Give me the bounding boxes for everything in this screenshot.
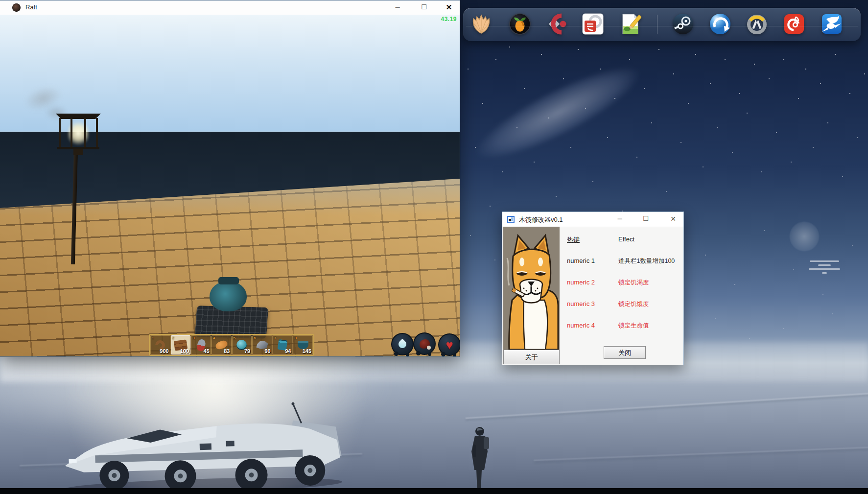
slot-number: 4 (213, 336, 215, 340)
water-drop-icon (397, 339, 408, 350)
trainer-window: 木筏修改器v0.1 ─ ☐ ✕ (502, 212, 684, 365)
dock-icon-netease-music[interactable] (783, 13, 805, 35)
item-count: 83 (224, 348, 230, 354)
dock-icon-text-editor[interactable] (619, 13, 641, 35)
raft-titlebar[interactable]: Raft ─ ☐ ✕ (0, 0, 460, 15)
effect-cell: 锁定生命值 (618, 322, 649, 330)
about-button[interactable]: 关于 (503, 350, 560, 364)
lantern (57, 114, 99, 154)
item-count: 45 (204, 348, 210, 354)
item-count: 79 (244, 348, 250, 354)
water-purifier-lid (218, 277, 239, 284)
effect-cell: 道具栏1数量增加100 (618, 257, 675, 265)
maximize-button[interactable]: ☐ (637, 212, 654, 226)
slot-number: 5 (234, 336, 235, 340)
dock-divider (657, 15, 657, 34)
effect-cell: 锁定饥渴度 (618, 279, 649, 287)
dock-icon-fl-studio[interactable] (509, 13, 531, 35)
minimize-button[interactable]: ─ (611, 212, 628, 226)
water-purifier-pot (210, 281, 247, 311)
hotkey-cell: numeric 1 (567, 257, 595, 264)
raft-window: Raft ─ ☐ ✕ 43.19 1 (0, 0, 460, 357)
dock-icon-steam[interactable] (672, 13, 694, 35)
health-indicator (438, 333, 460, 356)
hotbar-slot-3[interactable]: 3 45 (191, 335, 211, 354)
meat-icon (420, 339, 430, 349)
trainer-titlebar[interactable]: 木筏修改器v0.1 ─ ☐ ✕ (502, 212, 683, 227)
maximize-button[interactable]: ☐ (416, 0, 432, 14)
slot-number: 7 (274, 336, 276, 340)
thirst-indicator (391, 333, 414, 355)
item-count: 900 (160, 348, 168, 354)
letterbox-bar (0, 488, 868, 494)
doge-image (503, 227, 560, 350)
dock-bar (463, 8, 861, 41)
hotbar-slot-5[interactable]: 5 79 (232, 335, 252, 354)
slot-number: 2 (172, 336, 174, 340)
wallpaper-watermark (807, 260, 842, 276)
hotbar-slot-4[interactable]: 4 83 (211, 335, 232, 354)
hotkey-cell: numeric 4 (567, 322, 595, 329)
game-viewport[interactable]: 43.19 1 900 2 100 3 45 (0, 15, 460, 356)
dock-icon-seashell[interactable] (470, 13, 493, 35)
raft-window-title: Raft (25, 3, 37, 11)
slot-number: 1 (152, 336, 154, 340)
item-count: 145 (303, 348, 311, 354)
dock-icon-cubase[interactable] (546, 13, 569, 35)
hotkey-cell: numeric 3 (567, 300, 595, 307)
trainer-close-button[interactable]: 关闭 (604, 346, 646, 359)
item-count: 90 (265, 348, 271, 354)
dock-icon-xunlei-thunder[interactable] (821, 13, 843, 35)
hotbar-slot-1[interactable]: 1 900 (150, 335, 170, 354)
slot-number: 3 (192, 336, 194, 340)
fps-counter: 43.19 (441, 16, 457, 23)
hotbar: 1 900 2 100 3 45 4 83 (149, 334, 314, 356)
heart-icon (446, 339, 453, 351)
hunger-indicator (413, 332, 436, 355)
hotkey-header: 热键 (567, 235, 580, 244)
dock-icon-overwatch[interactable] (746, 13, 768, 35)
effect-header: Effect (618, 235, 634, 243)
hotbar-slot-7[interactable]: 7 94 (273, 335, 293, 354)
wallpaper-vehicle (54, 400, 352, 494)
close-button[interactable]: ✕ (665, 212, 681, 226)
dock-icon-browser-sphere[interactable] (709, 13, 731, 35)
effect-cell: 锁定饥饿度 (618, 300, 649, 308)
raft-app-icon (12, 3, 21, 12)
wallpaper-character (470, 425, 492, 494)
hotbar-slot-6[interactable]: 6 90 (252, 335, 272, 354)
trainer-app-icon (507, 216, 515, 223)
hotbar-slot-2[interactable]: 2 100 (171, 335, 191, 354)
minimize-button[interactable]: ─ (389, 0, 406, 14)
trainer-window-title: 木筏修改器v0.1 (519, 215, 563, 224)
slot-number: 6 (254, 336, 256, 340)
slot-number: 8 (294, 336, 296, 340)
close-button[interactable]: ✕ (441, 0, 457, 14)
hotkey-cell: numeric 2 (567, 279, 595, 286)
wallpaper-bokeh (789, 221, 820, 252)
hotbar-slot-8[interactable]: 8 145 (293, 335, 313, 354)
dock-icon-yi-language[interactable] (582, 13, 604, 35)
item-count: 94 (285, 348, 291, 354)
desktop: Raft ─ ☐ ✕ 43.19 1 (0, 0, 868, 494)
item-count: 100 (180, 348, 189, 354)
